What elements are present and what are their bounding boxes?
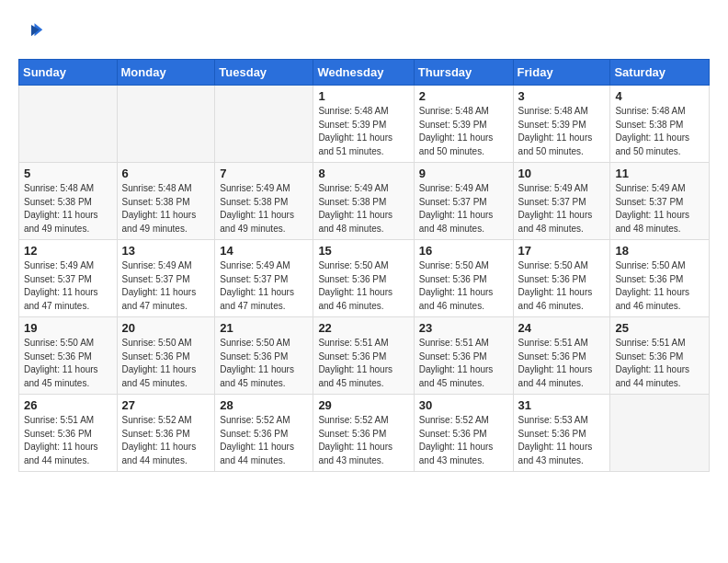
calendar-cell: 15Sunrise: 5:50 AMSunset: 5:36 PMDayligh… (313, 240, 414, 317)
day-number: 18 (615, 244, 704, 258)
day-number: 11 (615, 167, 704, 180)
calendar-cell: 26Sunrise: 5:51 AMSunset: 5:36 PMDayligh… (19, 395, 118, 472)
calendar-header: SundayMondayTuesdayWednesdayThursdayFrid… (19, 60, 710, 86)
calendar-cell: 24Sunrise: 5:51 AMSunset: 5:36 PMDayligh… (513, 317, 610, 395)
day-info: Sunrise: 5:48 AMSunset: 5:39 PMDaylight:… (518, 105, 606, 158)
day-number: 30 (419, 398, 508, 412)
day-info: Sunrise: 5:52 AMSunset: 5:36 PMDaylight:… (318, 414, 408, 467)
day-info: Sunrise: 5:50 AMSunset: 5:36 PMDaylight:… (122, 337, 210, 390)
calendar-cell: 27Sunrise: 5:52 AMSunset: 5:36 PMDayligh… (117, 395, 215, 472)
day-info: Sunrise: 5:49 AMSunset: 5:38 PMDaylight:… (220, 182, 308, 236)
day-info: Sunrise: 5:49 AMSunset: 5:37 PMDaylight:… (615, 182, 704, 236)
day-number: 3 (518, 89, 606, 103)
calendar-cell: 31Sunrise: 5:53 AMSunset: 5:36 PMDayligh… (513, 395, 610, 472)
header-row: SundayMondayTuesdayWednesdayThursdayFrid… (19, 60, 710, 86)
day-info: Sunrise: 5:49 AMSunset: 5:37 PMDaylight:… (518, 182, 606, 236)
calendar-cell: 21Sunrise: 5:50 AMSunset: 5:36 PMDayligh… (215, 317, 313, 395)
calendar-cell: 9Sunrise: 5:49 AMSunset: 5:37 PMDaylight… (414, 163, 513, 240)
day-info: Sunrise: 5:51 AMSunset: 5:36 PMDaylight:… (518, 337, 606, 390)
calendar-cell (610, 395, 710, 472)
day-number: 12 (24, 244, 112, 258)
day-number: 17 (518, 244, 606, 258)
logo-icon (18, 18, 44, 44)
day-number: 24 (518, 321, 606, 335)
day-number: 31 (518, 398, 606, 412)
calendar-cell: 6Sunrise: 5:48 AMSunset: 5:38 PMDaylight… (117, 163, 215, 240)
day-info: Sunrise: 5:50 AMSunset: 5:36 PMDaylight:… (518, 259, 606, 313)
header-day: Thursday (414, 60, 513, 86)
day-number: 28 (220, 398, 308, 412)
calendar-cell: 5Sunrise: 5:48 AMSunset: 5:38 PMDaylight… (19, 163, 118, 240)
day-info: Sunrise: 5:50 AMSunset: 5:36 PMDaylight:… (615, 259, 704, 313)
calendar-cell: 2Sunrise: 5:48 AMSunset: 5:39 PMDaylight… (414, 86, 513, 163)
day-number: 13 (122, 244, 210, 258)
day-number: 26 (24, 398, 112, 412)
day-number: 25 (615, 321, 704, 335)
header-day: Wednesday (313, 60, 414, 86)
calendar-cell: 12Sunrise: 5:49 AMSunset: 5:37 PMDayligh… (19, 240, 118, 317)
day-info: Sunrise: 5:50 AMSunset: 5:36 PMDaylight:… (24, 337, 112, 390)
calendar-cell (117, 86, 215, 163)
calendar-cell: 18Sunrise: 5:50 AMSunset: 5:36 PMDayligh… (610, 240, 710, 317)
day-info: Sunrise: 5:48 AMSunset: 5:39 PMDaylight:… (318, 105, 408, 158)
calendar-cell: 23Sunrise: 5:51 AMSunset: 5:36 PMDayligh… (414, 317, 513, 395)
day-info: Sunrise: 5:48 AMSunset: 5:39 PMDaylight:… (419, 105, 508, 158)
calendar-cell: 14Sunrise: 5:49 AMSunset: 5:37 PMDayligh… (215, 240, 313, 317)
calendar-week: 5Sunrise: 5:48 AMSunset: 5:38 PMDaylight… (19, 163, 710, 240)
header-day: Tuesday (215, 60, 313, 86)
day-info: Sunrise: 5:52 AMSunset: 5:36 PMDaylight:… (220, 414, 308, 467)
calendar-cell: 17Sunrise: 5:50 AMSunset: 5:36 PMDayligh… (513, 240, 610, 317)
calendar-week: 1Sunrise: 5:48 AMSunset: 5:39 PMDaylight… (19, 86, 710, 163)
day-number: 29 (318, 398, 408, 412)
calendar-cell (19, 86, 118, 163)
day-number: 15 (318, 244, 408, 258)
calendar-week: 12Sunrise: 5:49 AMSunset: 5:37 PMDayligh… (19, 240, 710, 317)
day-number: 22 (318, 321, 408, 335)
day-number: 6 (122, 167, 210, 180)
day-number: 27 (122, 398, 210, 412)
day-number: 5 (24, 167, 112, 180)
header-day: Friday (513, 60, 610, 86)
day-number: 23 (419, 321, 508, 335)
calendar-cell: 30Sunrise: 5:52 AMSunset: 5:36 PMDayligh… (414, 395, 513, 472)
day-number: 16 (419, 244, 508, 258)
header-day: Monday (117, 60, 215, 86)
day-info: Sunrise: 5:51 AMSunset: 5:36 PMDaylight:… (24, 414, 112, 467)
day-number: 9 (419, 167, 508, 180)
calendar-cell (215, 86, 313, 163)
day-info: Sunrise: 5:48 AMSunset: 5:38 PMDaylight:… (24, 182, 112, 236)
calendar-cell: 19Sunrise: 5:50 AMSunset: 5:36 PMDayligh… (19, 317, 118, 395)
calendar-cell: 13Sunrise: 5:49 AMSunset: 5:37 PMDayligh… (117, 240, 215, 317)
day-info: Sunrise: 5:49 AMSunset: 5:37 PMDaylight:… (419, 182, 508, 236)
calendar-cell: 10Sunrise: 5:49 AMSunset: 5:37 PMDayligh… (513, 163, 610, 240)
day-number: 21 (220, 321, 308, 335)
day-number: 8 (318, 167, 408, 180)
calendar-cell: 3Sunrise: 5:48 AMSunset: 5:39 PMDaylight… (513, 86, 610, 163)
day-number: 20 (122, 321, 210, 335)
calendar-cell: 20Sunrise: 5:50 AMSunset: 5:36 PMDayligh… (117, 317, 215, 395)
day-info: Sunrise: 5:48 AMSunset: 5:38 PMDaylight:… (122, 182, 210, 236)
calendar-week: 26Sunrise: 5:51 AMSunset: 5:36 PMDayligh… (19, 395, 710, 472)
calendar-week: 19Sunrise: 5:50 AMSunset: 5:36 PMDayligh… (19, 317, 710, 395)
day-info: Sunrise: 5:49 AMSunset: 5:37 PMDaylight:… (24, 259, 112, 313)
calendar-cell: 4Sunrise: 5:48 AMSunset: 5:38 PMDaylight… (610, 86, 710, 163)
day-number: 14 (220, 244, 308, 258)
calendar-cell: 16Sunrise: 5:50 AMSunset: 5:36 PMDayligh… (414, 240, 513, 317)
day-info: Sunrise: 5:50 AMSunset: 5:36 PMDaylight:… (220, 337, 308, 390)
calendar-cell: 8Sunrise: 5:49 AMSunset: 5:38 PMDaylight… (313, 163, 414, 240)
calendar-cell: 22Sunrise: 5:51 AMSunset: 5:36 PMDayligh… (313, 317, 414, 395)
page-header (18, 18, 710, 44)
day-info: Sunrise: 5:49 AMSunset: 5:37 PMDaylight:… (220, 259, 308, 313)
day-number: 2 (419, 89, 508, 103)
calendar-cell: 28Sunrise: 5:52 AMSunset: 5:36 PMDayligh… (215, 395, 313, 472)
calendar-cell: 1Sunrise: 5:48 AMSunset: 5:39 PMDaylight… (313, 86, 414, 163)
calendar-cell: 25Sunrise: 5:51 AMSunset: 5:36 PMDayligh… (610, 317, 710, 395)
day-number: 19 (24, 321, 112, 335)
day-info: Sunrise: 5:49 AMSunset: 5:37 PMDaylight:… (122, 259, 210, 313)
day-info: Sunrise: 5:50 AMSunset: 5:36 PMDaylight:… (419, 259, 508, 313)
day-number: 10 (518, 167, 606, 180)
day-info: Sunrise: 5:51 AMSunset: 5:36 PMDaylight:… (318, 337, 408, 390)
day-number: 7 (220, 167, 308, 180)
day-info: Sunrise: 5:53 AMSunset: 5:36 PMDaylight:… (518, 414, 606, 467)
day-info: Sunrise: 5:52 AMSunset: 5:36 PMDaylight:… (419, 414, 508, 467)
